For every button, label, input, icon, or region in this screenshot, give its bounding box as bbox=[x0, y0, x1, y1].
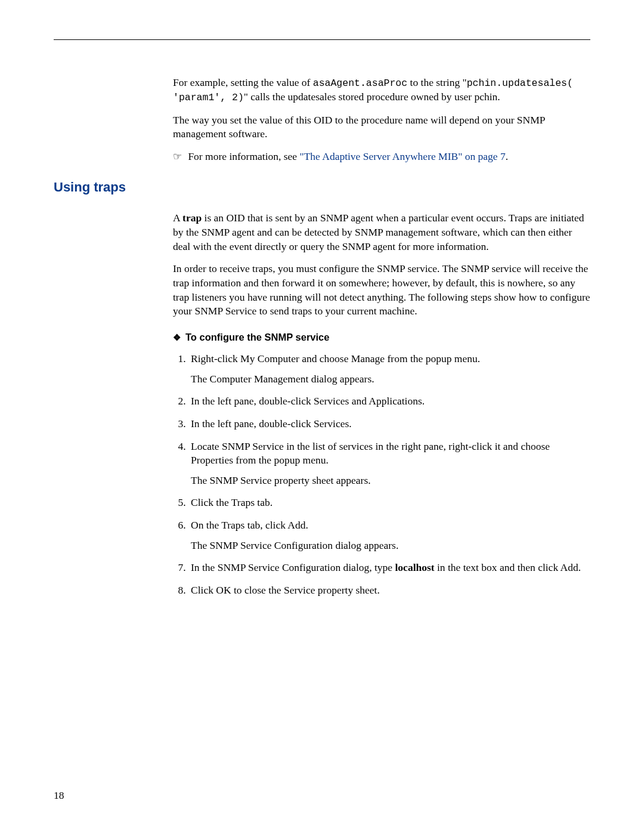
step-text: On the Traps tab, click Add. bbox=[191, 519, 308, 531]
step-text: In the SNMP Service Configuration dialog… bbox=[191, 561, 395, 573]
text: For more information, see bbox=[188, 150, 299, 162]
step-text: in the text box and then click Add. bbox=[435, 561, 581, 573]
bold-term: trap bbox=[182, 212, 202, 224]
step-3: In the left pane, double-click Services. bbox=[188, 417, 590, 431]
traps-paragraph-1: A trap is an OID that is sent by an SNMP… bbox=[173, 211, 590, 254]
intro-paragraph-1: For example, setting the value of asaAge… bbox=[173, 76, 590, 105]
step-2: In the left pane, double-click Services … bbox=[188, 394, 590, 409]
step-subtext: The SNMP Service Configuration dialog ap… bbox=[191, 539, 590, 553]
diamond-icon: ❖ bbox=[173, 332, 181, 342]
text: to the string " bbox=[407, 76, 467, 88]
traps-paragraph-2: In order to receive traps, you must conf… bbox=[173, 262, 590, 319]
text: A bbox=[173, 212, 182, 224]
step-6: On the Traps tab, click Add. The SNMP Se… bbox=[188, 518, 590, 552]
pointer-icon: ☞ bbox=[173, 151, 182, 162]
text: . bbox=[506, 150, 508, 162]
more-info-line: ☞ For more information, see "The Adaptiv… bbox=[173, 150, 590, 164]
section-heading-using-traps: Using traps bbox=[54, 178, 590, 196]
code-inline: asaAgent.asaProc bbox=[313, 78, 407, 89]
procedure-steps: Right-click My Computer and choose Manag… bbox=[173, 352, 590, 598]
step-text: Click the Traps tab. bbox=[191, 496, 273, 508]
step-text: Locate SNMP Service in the list of servi… bbox=[191, 440, 550, 466]
intro-block: For example, setting the value of asaAge… bbox=[173, 76, 590, 164]
text: " calls the updatesales stored procedure… bbox=[244, 91, 500, 103]
step-subtext: The SNMP Service property sheet appears. bbox=[191, 474, 590, 488]
step-text: Click OK to close the Service property s… bbox=[191, 584, 380, 596]
cross-reference-link[interactable]: "The Adaptive Server Anywhere MIB" on pa… bbox=[299, 150, 505, 162]
procedure-heading: ❖To configure the SNMP service bbox=[173, 330, 590, 344]
step-1: Right-click My Computer and choose Manag… bbox=[188, 352, 590, 386]
bold-term: localhost bbox=[395, 561, 435, 573]
step-4: Locate SNMP Service in the list of servi… bbox=[188, 440, 590, 488]
intro-paragraph-2: The way you set the value of this OID to… bbox=[173, 113, 590, 141]
page: For example, setting the value of asaAge… bbox=[0, 0, 644, 828]
text: For example, setting the value of bbox=[173, 76, 313, 88]
step-text: In the left pane, double-click Services … bbox=[191, 395, 425, 407]
step-text: In the left pane, double-click Services. bbox=[191, 418, 352, 430]
procedure-title: To configure the SNMP service bbox=[185, 332, 329, 342]
step-subtext: The Computer Management dialog appears. bbox=[191, 372, 590, 387]
step-5: Click the Traps tab. bbox=[188, 496, 590, 510]
step-8: Click OK to close the Service property s… bbox=[188, 583, 590, 598]
header-rule bbox=[54, 39, 590, 40]
step-7: In the SNMP Service Configuration dialog… bbox=[188, 561, 590, 575]
step-text: Right-click My Computer and choose Manag… bbox=[191, 353, 480, 364]
page-number: 18 bbox=[54, 789, 64, 803]
section-body: A trap is an OID that is sent by an SNMP… bbox=[173, 211, 590, 597]
text: is an OID that is sent by an SNMP agent … bbox=[173, 212, 584, 252]
